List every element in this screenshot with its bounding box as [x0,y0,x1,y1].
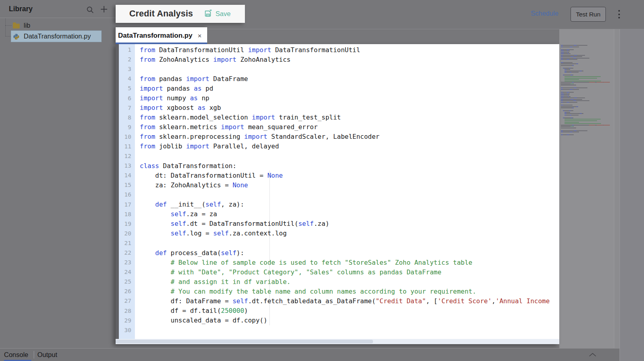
code-line[interactable]: 5import pandas as pd [119,83,559,93]
code-line[interactable]: 28 df = df.tail(250000) [119,306,559,316]
code-token: sklearn.metrics [155,123,221,131]
sidebar-item-lib[interactable]: lib [11,20,101,31]
line-number: 9 [119,124,135,130]
code-token [140,268,171,276]
code-line[interactable]: 7import xgboost as xgb [119,103,559,113]
code-line[interactable]: 18 self.za = za [119,209,559,219]
code-line[interactable]: 29 unscaled_data = df.copy() [119,316,559,325]
search-icon[interactable] [86,6,94,14]
kebab-menu-icon[interactable] [617,10,622,20]
line-number: 7 [119,105,135,111]
code-line[interactable]: 30 [119,325,559,335]
code-token: from [140,56,155,63]
schedule-link[interactable]: Schedule [531,10,558,17]
code-token: dt: DataTransformationUtil = [140,172,267,179]
sidebar-item-label: lib [24,22,31,29]
code-token: import [186,142,210,150]
code-token: from [140,123,155,131]
code-token: as [190,94,198,102]
code-token: def [155,201,167,208]
code-line[interactable]: 19 self.dt = DataTransformationUtil(self… [119,219,559,229]
code-line[interactable]: 26 # You can modify the table name and c… [119,286,559,296]
folder-icon [13,22,20,29]
code-token: 250000 [221,307,244,314]
code-token: as [194,85,202,92]
code-token: self [232,297,248,305]
scrollbar-thumb[interactable] [116,340,373,343]
document-title: Credit Analysis [129,9,193,19]
minimap[interactable] [561,45,613,141]
line-number: 12 [119,153,135,159]
editor-vertical-scrollbar[interactable] [614,29,620,348]
code-token: process_data( [167,249,221,257]
code-token: , [492,297,496,305]
editor-horizontal-scrollbar[interactable] [116,339,559,344]
code-token [140,220,171,227]
line-number: 29 [119,317,135,324]
sidebar-item-datatransformation[interactable]: DataTransformation.py [11,31,101,42]
code-token: self [298,220,314,227]
code-lines: 1from DataTransformationUtil import Data… [119,45,559,335]
code-token: pd [202,85,213,92]
save-button[interactable]: * Save [204,10,231,18]
code-line[interactable]: 23 # Below line of sample code is used t… [119,258,559,267]
code-token: DataTransformationUtil [155,46,248,54]
code-line[interactable]: 20 self.log = self.za.context.log [119,229,559,238]
line-number: 20 [119,230,135,237]
code-token: import [140,85,163,92]
code-token: ) [244,307,248,314]
code-line[interactable]: 27 df: DataFrame = self.dt.fetch_tableda… [119,296,559,306]
code-line[interactable]: 15 za: ZohoAnalytics = None [119,180,559,190]
tab-console[interactable]: Console [4,351,29,359]
line-number: 25 [119,278,135,285]
library-title: Library [9,5,33,13]
test-run-button[interactable]: Test Run [571,7,606,22]
code-token: 'Annual Income [495,297,550,305]
code-token: self [221,249,236,257]
code-line[interactable]: 10from sklearn.preprocessing import Stan… [119,132,559,142]
code-line[interactable]: 12 [119,151,559,161]
code-token: import [244,133,267,140]
line-number: 27 [119,298,135,304]
code-line[interactable]: 25 # and assign it in df variable. [119,277,559,286]
line-number: 26 [119,288,135,294]
code-line[interactable]: 13class DataTransformation: [119,161,559,170]
code-token: # Below line of sample code is used to f… [171,259,472,266]
code-token: unscaled_data = df.copy() [140,316,267,324]
code-token: self [171,210,186,218]
save-label: Save [216,10,231,18]
line-number: 10 [119,134,135,140]
code-line[interactable]: 4from pandas import DataFrame [119,74,559,83]
tab-output[interactable]: Output [37,351,57,359]
code-line[interactable]: 22 def process_data(self): [119,248,559,258]
code-line[interactable]: 16 [119,190,559,199]
document-title-bar: Credit Analysis * Save [116,5,245,23]
code-token: # and assign it in df variable. [171,278,291,286]
code-line[interactable]: 14 dt: DataTransformationUtil = None [119,170,559,180]
line-number: 4 [119,75,135,82]
code-editor[interactable]: 1from DataTransformationUtil import Data… [116,44,559,344]
code-token: class [140,162,159,170]
close-icon[interactable]: × [198,32,202,39]
code-line[interactable]: 11from joblib import Parallel, delayed [119,142,559,151]
code-line[interactable]: 2from ZohoAnalytics import ZohoAnalytics [119,55,559,64]
chevron-up-icon[interactable] [587,351,598,359]
code-line[interactable]: 9from sklearn.metrics import mean_square… [119,122,559,132]
code-line[interactable]: 6import numpy as np [119,93,559,103]
code-token: __init__( [167,201,205,208]
code-line[interactable]: 8from sklearn.model_selection import tra… [119,113,559,122]
code-line[interactable]: 3 [119,64,559,74]
code-line[interactable]: 24 # with "Date", "Product Category", "S… [119,267,559,277]
code-token: import [186,75,210,83]
code-line[interactable]: 21 [119,238,559,248]
code-token [140,210,171,218]
code-line[interactable]: 17 def __init__(self, za): [119,200,559,209]
tab-datatransformation[interactable]: DataTransformation.py × [116,27,207,44]
code-token: 'Credit Score' [438,297,492,305]
code-line[interactable]: 1from DataTransformationUtil import Data… [119,45,559,55]
console-tab-divider [34,351,34,359]
plus-icon[interactable] [100,5,108,14]
code-token: import [252,114,275,121]
code-token [140,201,155,208]
code-token: import [140,94,163,102]
